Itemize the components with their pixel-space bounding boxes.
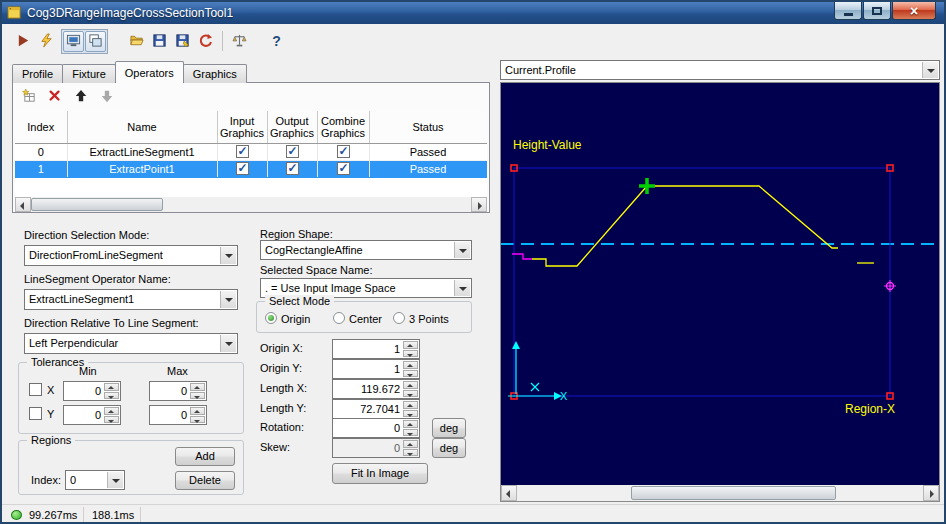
- direction-relative-combo[interactable]: Left Perpendicular: [24, 333, 238, 354]
- length-y-spinner[interactable]: 72.7041: [332, 399, 420, 419]
- scroll-right-button[interactable]: [923, 485, 939, 501]
- spin-up-button[interactable]: [403, 341, 418, 349]
- delete-operator-button[interactable]: [45, 87, 65, 107]
- scroll-left-button[interactable]: [501, 485, 517, 501]
- rotation-deg-button[interactable]: deg: [432, 418, 466, 438]
- checkbox[interactable]: [236, 162, 249, 175]
- spin-up-button[interactable]: [190, 407, 205, 415]
- spin-up-button[interactable]: [403, 381, 418, 389]
- center-radio[interactable]: [333, 312, 345, 324]
- run-button[interactable]: [12, 30, 35, 53]
- combo-value: 0: [70, 471, 104, 489]
- tolerance-x-max-spinner[interactable]: 0: [149, 381, 207, 401]
- trigger-button[interactable]: [35, 30, 58, 53]
- spin-down-button[interactable]: [403, 429, 418, 437]
- spin-down-button[interactable]: [104, 416, 119, 424]
- close-button[interactable]: ×: [892, 2, 936, 20]
- add-operator-button[interactable]: [19, 87, 39, 107]
- region-index-combo[interactable]: 0: [65, 470, 125, 490]
- checkbox[interactable]: [286, 145, 299, 158]
- reset-button[interactable]: [194, 30, 217, 53]
- skew-deg-button[interactable]: deg: [432, 438, 466, 458]
- tab-strip: Profile Fixture Operators Graphics: [12, 61, 246, 83]
- spin-down-button[interactable]: [104, 392, 119, 400]
- rotation-spinner[interactable]: 0: [332, 418, 420, 438]
- direction-selection-mode-combo[interactable]: DirectionFromLineSegment: [24, 245, 238, 266]
- region-index-label: Index:: [31, 474, 61, 486]
- tolerance-y-min-spinner[interactable]: 0: [63, 405, 121, 425]
- chevron-down-icon[interactable]: [454, 242, 470, 258]
- move-down-button[interactable]: [97, 87, 117, 107]
- spinner-value: 0: [394, 441, 400, 456]
- app-window: Cog3DRangeImageCrossSectionTool1 ×: [0, 0, 946, 524]
- spin-up-button[interactable]: [403, 361, 418, 369]
- tolerance-x-min-spinner[interactable]: 0: [63, 381, 121, 401]
- checkbox[interactable]: [286, 162, 299, 175]
- save-button[interactable]: [148, 30, 171, 53]
- balance-button[interactable]: [228, 30, 251, 53]
- move-up-button[interactable]: [71, 87, 91, 107]
- minimize-button[interactable]: [834, 2, 862, 20]
- chevron-down-icon[interactable]: [220, 291, 236, 308]
- chevron-down-icon[interactable]: [922, 62, 938, 78]
- spin-up-button[interactable]: [190, 383, 205, 391]
- length-x-spinner[interactable]: 119.672: [332, 379, 420, 399]
- checkbox[interactable]: [236, 145, 249, 158]
- scrollbar-thumb[interactable]: [631, 486, 836, 500]
- origin-x-spinner[interactable]: 1: [332, 339, 420, 359]
- tab-graphics[interactable]: Graphics: [183, 64, 247, 83]
- spin-up-button[interactable]: [403, 420, 418, 428]
- help-button[interactable]: ?: [265, 30, 288, 53]
- spin-down-button[interactable]: [403, 410, 418, 418]
- tolerance-y-max-spinner[interactable]: 0: [149, 405, 207, 425]
- image-display-icon: [66, 33, 81, 50]
- display-record-combo[interactable]: Current.Profile: [500, 60, 940, 80]
- scroll-left-button[interactable]: [15, 197, 31, 212]
- column-header-combine-graphics: Combine Graphics: [317, 111, 369, 143]
- three-points-radio[interactable]: [393, 312, 405, 324]
- svg-text:X: X: [560, 390, 568, 402]
- operators-table: Index Name Input Graphics Output Graphic…: [15, 111, 487, 197]
- region-shape-combo[interactable]: CogRectangleAffine: [260, 240, 472, 260]
- spin-up-button[interactable]: [104, 383, 119, 391]
- origin-radio[interactable]: [265, 312, 277, 324]
- spin-down-button[interactable]: [403, 390, 418, 398]
- image-display-toggle-button[interactable]: [63, 31, 84, 52]
- checkbox[interactable]: [337, 162, 350, 175]
- resize-grip[interactable]: [938, 518, 940, 520]
- maximize-button[interactable]: [863, 2, 891, 20]
- origin-y-spinner[interactable]: 1: [332, 359, 420, 379]
- spin-up-button[interactable]: [104, 407, 119, 415]
- tab-profile[interactable]: Profile: [12, 64, 63, 83]
- spin-down-button[interactable]: [403, 370, 418, 378]
- chevron-down-icon[interactable]: [220, 247, 236, 264]
- tab-fixture[interactable]: Fixture: [62, 64, 116, 83]
- profile-display[interactable]: Height-ValueRegion-XX: [500, 82, 940, 502]
- chevron-down-icon[interactable]: [454, 280, 470, 296]
- table-row[interactable]: 1 ExtractPoint1 Passed: [15, 160, 487, 177]
- combo-value: CogRectangleAffine: [265, 241, 451, 259]
- spin-down-button[interactable]: [190, 392, 205, 400]
- spin-down-button[interactable]: [403, 350, 418, 358]
- floating-display-toggle-button[interactable]: [85, 31, 106, 52]
- table-row[interactable]: 0 ExtractLineSegment1 Passed: [15, 143, 487, 160]
- spin-down-button[interactable]: [190, 416, 205, 424]
- linesegment-operator-combo[interactable]: ExtractLineSegment1: [24, 289, 238, 310]
- title-bar[interactable]: Cog3DRangeImageCrossSectionTool1 ×: [2, 2, 944, 24]
- tab-operators[interactable]: Operators: [115, 61, 184, 83]
- save-as-button[interactable]: [171, 30, 194, 53]
- open-button[interactable]: [125, 30, 148, 53]
- fit-in-image-button[interactable]: Fit In Image: [332, 463, 428, 484]
- chevron-down-icon[interactable]: [220, 335, 236, 352]
- checkbox[interactable]: [337, 145, 350, 158]
- scrollbar-thumb[interactable]: [31, 198, 163, 211]
- tolerances-group: Tolerances Min Max X 0 0 Y 0 0: [18, 362, 244, 434]
- add-region-button[interactable]: Add: [175, 447, 235, 466]
- move-down-icon: [100, 89, 114, 105]
- tolerance-y-checkbox[interactable]: [29, 407, 42, 420]
- delete-region-button[interactable]: Delete: [175, 471, 235, 490]
- tolerance-x-checkbox[interactable]: [29, 383, 42, 396]
- scroll-right-button[interactable]: [471, 197, 487, 212]
- chevron-down-icon[interactable]: [107, 472, 123, 488]
- spin-up-button[interactable]: [403, 401, 418, 409]
